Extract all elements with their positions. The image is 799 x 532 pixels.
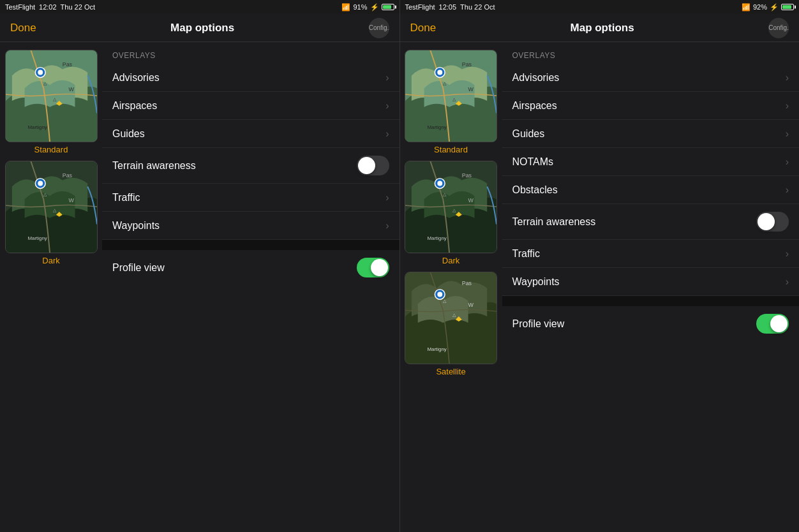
config-button-right[interactable]: Config. xyxy=(768,18,789,38)
svg-text:W: W xyxy=(68,197,74,203)
traffic-item-right[interactable]: Traffic › xyxy=(502,240,800,268)
svg-text:Martigny: Martigny xyxy=(428,346,447,352)
overlay-panel-right: Pas W △ △ Martigny Standard xyxy=(400,42,800,532)
svg-text:Martigny: Martigny xyxy=(428,124,447,130)
config-button-left[interactable]: Config. xyxy=(369,18,389,38)
traffic-chevron-right: › xyxy=(786,248,789,260)
terrain-awareness-label-right: Terrain awareness xyxy=(512,216,596,228)
terrain-awareness-toggle-right[interactable] xyxy=(756,212,789,232)
done-button-left[interactable]: Done xyxy=(10,22,36,34)
waypoints-item-left[interactable]: Waypoints › xyxy=(102,212,400,240)
guides-item-right[interactable]: Guides › xyxy=(502,120,800,148)
section-divider-left xyxy=(102,240,400,250)
svg-text:Pas: Pas xyxy=(62,61,72,68)
traffic-label-right: Traffic xyxy=(512,248,541,260)
map-preview-standard-left[interactable]: Pas W △ △ Martigny Standard xyxy=(5,50,98,154)
obstacles-label-right: Obstacles xyxy=(512,184,558,196)
standard-thumbnail-left: Pas W △ △ Martigny xyxy=(5,50,98,142)
obstacles-item-right[interactable]: Obstacles › xyxy=(502,176,800,204)
svg-text:Pas: Pas xyxy=(462,280,472,286)
svg-point-13 xyxy=(38,181,43,186)
done-button-right[interactable]: Done xyxy=(410,22,437,34)
airspaces-label-right: Airspaces xyxy=(512,100,557,112)
guides-item-left[interactable]: Guides › xyxy=(102,120,400,148)
svg-text:W: W xyxy=(468,302,474,308)
svg-text:Martigny: Martigny xyxy=(27,235,47,241)
standard-thumbnail-right: Pas W △ △ Martigny xyxy=(405,50,497,142)
panel-divider xyxy=(400,0,400,532)
guides-chevron-left: › xyxy=(385,128,389,140)
dark-label-right: Dark xyxy=(442,256,459,265)
advisories-label-left: Advisories xyxy=(112,72,160,84)
overlays-header-left: OVERLAYS xyxy=(102,42,400,64)
map-previews-left: Pas W △ △ Martigny Standard xyxy=(0,42,102,532)
standard-label-left: Standard xyxy=(34,145,68,154)
overlays-header-right: OVERLAYS xyxy=(502,42,800,64)
advisories-item-left[interactable]: Advisories › xyxy=(102,64,400,92)
svg-text:W: W xyxy=(468,197,474,203)
app-name-right: TestFlight xyxy=(405,3,435,11)
dark-thumbnail-left: Pas W △ △ Martigny xyxy=(5,161,98,253)
status-bar-right: TestFlight 12:05 Thu 22 Oct 📶 92% ⚡ xyxy=(400,0,800,14)
guides-label-left: Guides xyxy=(112,128,145,140)
satellite-label-right: Satellite xyxy=(436,367,465,376)
signal-right: 92% xyxy=(753,3,767,11)
section-divider-right xyxy=(502,296,800,306)
map-previews-right: Pas W △ △ Martigny Standard xyxy=(400,42,502,532)
waypoints-label-left: Waypoints xyxy=(112,220,160,232)
traffic-item-left[interactable]: Traffic › xyxy=(102,184,400,212)
svg-point-5 xyxy=(38,70,43,75)
profile-view-item-left[interactable]: Profile view xyxy=(102,250,400,285)
date-left: Thu 22 Oct xyxy=(61,3,95,11)
profile-view-label-left: Profile view xyxy=(112,262,165,274)
waypoints-label-right: Waypoints xyxy=(512,276,560,288)
profile-view-toggle-left[interactable] xyxy=(357,258,389,277)
map-preview-standard-right[interactable]: Pas W △ △ Martigny Standard xyxy=(405,50,497,154)
advisories-item-right[interactable]: Advisories › xyxy=(502,64,800,92)
map-preview-dark-left[interactable]: Pas W △ △ Martigny Dark xyxy=(5,161,98,265)
signal-left: 91% xyxy=(353,3,367,11)
advisories-chevron-left: › xyxy=(385,72,389,84)
terrain-awareness-item-left[interactable]: Terrain awareness xyxy=(102,148,400,184)
notams-chevron-right: › xyxy=(786,156,789,168)
svg-point-27 xyxy=(437,70,442,75)
waypoints-item-right[interactable]: Waypoints › xyxy=(502,268,800,296)
terrain-awareness-toggle-left[interactable] xyxy=(357,156,389,175)
traffic-label-left: Traffic xyxy=(112,192,140,203)
map-preview-dark-right[interactable]: Pas W △ △ Martigny Dark xyxy=(405,161,497,265)
terrain-awareness-item-right[interactable]: Terrain awareness xyxy=(502,204,800,240)
charging-icon-left: ⚡ xyxy=(370,3,379,11)
svg-text:Martigny: Martigny xyxy=(428,235,447,241)
svg-text:Pas: Pas xyxy=(62,172,72,179)
svg-point-35 xyxy=(437,181,442,186)
terrain-awareness-knob-right xyxy=(758,213,775,230)
date-right: Thu 22 Oct xyxy=(460,3,495,11)
profile-view-toggle-right[interactable] xyxy=(756,314,789,334)
overlay-panel-left: Pas W △ △ Martigny Standard xyxy=(0,42,400,532)
svg-text:Pas: Pas xyxy=(462,61,472,68)
profile-view-item-right[interactable]: Profile view xyxy=(502,306,800,341)
notams-label-right: NOTAMs xyxy=(512,156,554,168)
notams-item-right[interactable]: NOTAMs › xyxy=(502,148,800,176)
profile-view-label-right: Profile view xyxy=(512,318,565,330)
traffic-chevron-left: › xyxy=(385,192,389,203)
time-left: 12:02 xyxy=(39,3,57,11)
airspaces-item-right[interactable]: Airspaces › xyxy=(502,92,800,120)
airspaces-item-left[interactable]: Airspaces › xyxy=(102,92,400,120)
dark-label-left: Dark xyxy=(42,256,59,265)
svg-text:W: W xyxy=(68,86,74,92)
waypoints-chevron-left: › xyxy=(385,220,389,232)
wifi-icon-right: 📶 xyxy=(742,3,750,11)
map-preview-satellite-right[interactable]: Pas W △ △ Martigny Satellite xyxy=(405,272,497,376)
terrain-awareness-knob-left xyxy=(358,157,375,174)
settings-right: OVERLAYS Advisories › Airspaces › Guides… xyxy=(502,42,800,532)
time-right: 12:05 xyxy=(439,3,457,11)
config-label-right: Config. xyxy=(768,24,789,31)
obstacles-chevron-right: › xyxy=(786,184,789,196)
advisories-chevron-right: › xyxy=(786,72,789,84)
guides-chevron-right: › xyxy=(786,128,789,140)
airspaces-chevron-left: › xyxy=(385,100,389,112)
battery-left xyxy=(382,4,394,10)
advisories-label-right: Advisories xyxy=(512,72,560,84)
profile-view-knob-right xyxy=(770,315,788,332)
